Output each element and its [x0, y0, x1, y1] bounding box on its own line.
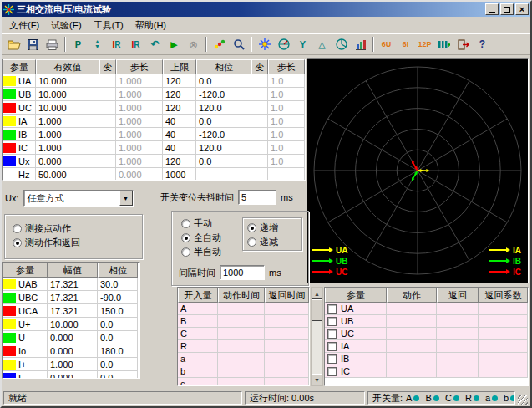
- sun-settings-button[interactable]: [255, 35, 274, 54]
- vary-cell[interactable]: [99, 88, 116, 101]
- help-button[interactable]: ?: [473, 35, 492, 54]
- chevron-down-icon[interactable]: ▼: [119, 191, 133, 206]
- ux-mode-select[interactable]: 任意方式 ▼: [23, 190, 134, 207]
- open-button[interactable]: [4, 35, 23, 54]
- phase-step-cell[interactable]: 1.0: [268, 141, 305, 155]
- phase-step-cell[interactable]: 1.0: [268, 101, 305, 115]
- value-cell[interactable]: 1.000: [36, 141, 99, 155]
- scroll-up-button[interactable]: ▲: [312, 288, 322, 299]
- phase-cell[interactable]: 0.0: [196, 155, 251, 168]
- phase-step-cell[interactable]: 1.0: [268, 155, 305, 168]
- radio-option[interactable]: 半自动: [181, 245, 221, 258]
- param-checkbox[interactable]: [327, 342, 337, 351]
- step-cell[interactable]: 1.000: [116, 141, 163, 155]
- phase-step-cell[interactable]: 1.0: [268, 74, 305, 88]
- scrollbar[interactable]: ▲ ▼: [311, 287, 323, 386]
- resize-grip[interactable]: [518, 395, 528, 405]
- vary-cell[interactable]: [251, 128, 268, 141]
- param-checkbox[interactable]: [327, 354, 337, 364]
- param-cell[interactable]: UC: [3, 101, 36, 115]
- table-row[interactable]: IC 1.000 1.000 40 120.0 1.0: [3, 141, 305, 155]
- radio-option[interactable]: 手动: [181, 217, 221, 230]
- circle-phasor-button[interactable]: [332, 35, 351, 54]
- vary-cell[interactable]: [99, 128, 116, 141]
- scrollbar-track[interactable]: [312, 321, 322, 374]
- param-checkbox[interactable]: [327, 367, 337, 376]
- vary-cell[interactable]: [99, 115, 116, 128]
- start-test-button[interactable]: ▶: [165, 35, 184, 54]
- table-row[interactable]: UA 10.000 1.000 120 0.0 1.0: [3, 74, 305, 88]
- six-voltage-button[interactable]: 6U: [377, 35, 396, 54]
- vary-cell[interactable]: [251, 74, 268, 88]
- menu-item[interactable]: 工具(T): [88, 17, 129, 34]
- ir-raise-button[interactable]: IR: [107, 35, 126, 54]
- value-cell[interactable]: 1.000: [36, 128, 99, 141]
- value-cell[interactable]: 1.000: [36, 115, 99, 128]
- value-cell[interactable]: 10.000: [36, 101, 99, 115]
- six-current-button[interactable]: 6I: [396, 35, 415, 54]
- param-checkbox[interactable]: [327, 304, 337, 314]
- phase-step-cell[interactable]: 1.0: [268, 88, 305, 101]
- step-cell[interactable]: 1.000: [116, 88, 163, 101]
- param-cell[interactable]: IA: [3, 115, 36, 128]
- delta-connection-button[interactable]: △: [312, 35, 332, 54]
- phase-cell[interactable]: 120.0: [196, 101, 251, 115]
- value-cell[interactable]: 10.000: [36, 74, 99, 88]
- value-cell[interactable]: 50.000: [36, 168, 99, 181]
- maximize-button[interactable]: [500, 3, 514, 15]
- vary-cell[interactable]: [99, 168, 116, 181]
- step-cell[interactable]: 1.000: [116, 128, 163, 141]
- menu-item[interactable]: 试验(E): [45, 17, 88, 34]
- scope-view-button[interactable]: [274, 35, 293, 54]
- save-button[interactable]: [23, 35, 43, 54]
- limit-cell[interactable]: 120: [163, 74, 196, 88]
- vary-cell[interactable]: [99, 141, 116, 155]
- output-power-button[interactable]: P: [68, 35, 88, 54]
- vary-cell[interactable]: [99, 101, 116, 115]
- zoom-button[interactable]: [229, 35, 248, 54]
- phase-step-cell[interactable]: 1.0: [268, 115, 305, 128]
- raise-lower-button[interactable]: ▲ ▼: [88, 35, 107, 54]
- table-row[interactable]: UC 10.000 1.000 120 120.0 1.0: [3, 101, 305, 115]
- stop-test-button[interactable]: ⊗: [184, 35, 203, 54]
- param-cell[interactable]: UA: [3, 74, 36, 88]
- close-button[interactable]: ×: [515, 3, 529, 15]
- ir-lower-button[interactable]: IR: [126, 35, 145, 54]
- phase-cell[interactable]: [196, 168, 251, 181]
- param-cell[interactable]: Hz: [3, 168, 36, 181]
- param-checkbox[interactable]: [327, 329, 337, 339]
- scroll-down-button[interactable]: ▼: [312, 374, 322, 385]
- step-cell[interactable]: 0.000: [116, 168, 163, 181]
- menu-item[interactable]: 文件(F): [3, 17, 45, 34]
- menu-item[interactable]: 帮助(H): [129, 17, 172, 34]
- table-row[interactable]: UB 10.000 1.000 120 -120.0 1.0: [3, 88, 305, 101]
- radio-option[interactable]: 全自动: [181, 231, 221, 244]
- y-connection-button[interactable]: Y: [293, 35, 312, 54]
- value-cell[interactable]: 10.000: [36, 88, 99, 101]
- limit-cell[interactable]: 40: [163, 128, 196, 141]
- title-bar[interactable]: 三相交流电压/电流试验 ×: [2, 2, 530, 17]
- limit-cell[interactable]: 1000: [163, 168, 196, 181]
- table-row[interactable]: Ux 0.000 1.000 120 0.0 1.0: [3, 155, 305, 168]
- vary-cell[interactable]: [99, 155, 116, 168]
- table-row[interactable]: IA 1.000 1.000 40 0.0 1.0: [3, 115, 305, 128]
- table-row[interactable]: IB 1.000 1.000 40 -120.0 1.0: [3, 128, 305, 141]
- param-cell[interactable]: IC: [3, 141, 36, 155]
- phase-step-cell[interactable]: [268, 168, 305, 181]
- limit-cell[interactable]: 120: [163, 155, 196, 168]
- phase-cell[interactable]: 0.0: [196, 74, 251, 88]
- radio-option[interactable]: 递减: [247, 235, 301, 248]
- value-cell[interactable]: 0.000: [36, 155, 99, 168]
- phase-cell[interactable]: -120.0: [196, 88, 251, 101]
- bar-graph-button[interactable]: [351, 35, 370, 54]
- limit-cell[interactable]: 120: [163, 101, 196, 115]
- vary-cell[interactable]: [99, 74, 116, 88]
- param-cell[interactable]: UB: [3, 88, 36, 101]
- vary-cell[interactable]: [251, 168, 268, 181]
- phase-cell[interactable]: 120.0: [196, 141, 251, 155]
- step-cell[interactable]: 1.000: [116, 115, 163, 128]
- step-cell[interactable]: 1.000: [116, 155, 163, 168]
- limit-cell[interactable]: 40: [163, 115, 196, 128]
- undo-button[interactable]: ↶: [145, 35, 165, 54]
- limit-cell[interactable]: 120: [163, 88, 196, 101]
